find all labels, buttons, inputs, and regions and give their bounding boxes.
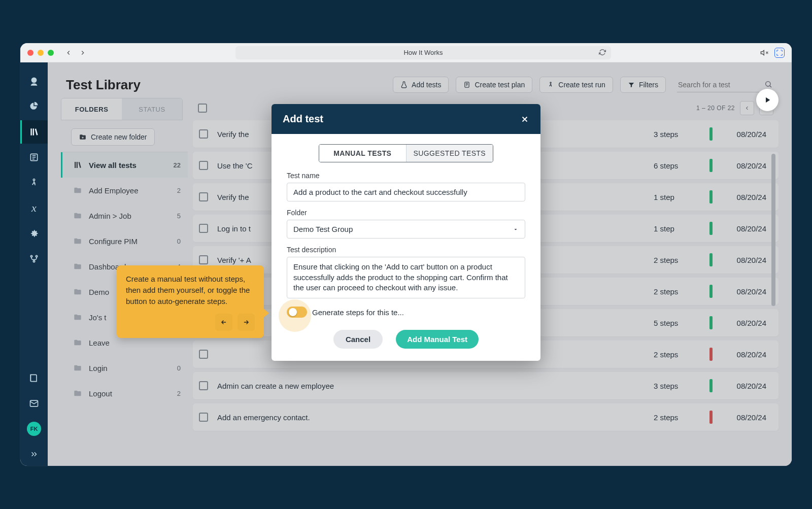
reload-icon[interactable]	[599, 49, 606, 56]
steps-count: 1 step	[654, 193, 700, 201]
select-all-checkbox[interactable]	[198, 104, 207, 113]
row-checkbox[interactable]	[199, 255, 208, 264]
svg-point-4	[36, 255, 37, 257]
rail-item-messages[interactable]	[20, 392, 48, 415]
steps-count: 6 steps	[654, 161, 700, 170]
rail-item-branches[interactable]	[20, 247, 48, 270]
row-checkbox[interactable]	[199, 161, 208, 170]
rail-item-settings[interactable]	[20, 222, 48, 245]
add-manual-test-button[interactable]: Add Manual Test	[396, 330, 479, 349]
pagination-text: 1 – 20 OF 22	[696, 105, 735, 112]
folders-tab[interactable]: FOLDERS	[61, 98, 122, 120]
scroll-thumb[interactable]	[771, 154, 775, 306]
status-indicator	[709, 379, 713, 392]
rail-avatar[interactable]: FK	[20, 417, 48, 440]
folder-item[interactable]: Add Employee2	[61, 178, 188, 203]
rail-item-runs[interactable]	[20, 171, 48, 194]
play-button[interactable]	[756, 89, 779, 111]
test-date: 08/20/24	[722, 161, 766, 170]
maximize-window-icon[interactable]	[48, 50, 54, 56]
forward-button[interactable]	[79, 49, 86, 56]
row-checkbox[interactable]	[199, 381, 208, 390]
filters-button[interactable]: Filters	[620, 77, 666, 93]
steps-count: 2 steps	[654, 413, 700, 422]
table-row[interactable]: Add an emergency contact.2 steps08/20/24	[193, 403, 779, 431]
folder-icon	[73, 262, 83, 270]
test-date: 08/20/24	[722, 350, 766, 359]
status-indicator	[709, 316, 713, 329]
rail-item-variables[interactable]: x	[20, 196, 48, 220]
sidebar-rail: x FK	[20, 62, 48, 466]
test-name: Add an emergency contact.	[217, 413, 645, 422]
tab-suggested-tests[interactable]: SUGGESTED TESTS	[406, 145, 493, 162]
test-date: 08/20/24	[722, 224, 766, 233]
address-bar[interactable]: How It Works	[235, 46, 611, 59]
coach-next-button[interactable]	[238, 314, 255, 331]
test-date: 08/20/24	[722, 287, 766, 296]
back-button[interactable]	[65, 49, 72, 56]
mute-icon[interactable]	[760, 49, 768, 57]
minimize-window-icon[interactable]	[38, 50, 44, 56]
avatar-initials: FK	[27, 422, 41, 436]
folder-label: Configure PIM	[89, 237, 138, 246]
row-checkbox[interactable]	[199, 350, 208, 359]
folder-item[interactable]: Configure PIM0	[61, 228, 188, 254]
rail-item-library[interactable]	[20, 120, 48, 144]
modal-title: Add test	[283, 113, 520, 125]
steps-count: 5 steps	[654, 319, 700, 327]
status-tab[interactable]: STATUS	[122, 98, 182, 120]
test-date: 08/20/24	[722, 319, 766, 327]
folder-label: Add Employee	[89, 186, 139, 195]
row-checkbox[interactable]	[199, 224, 208, 233]
folder-icon	[73, 313, 83, 321]
create-test-run-button[interactable]: Create test run	[539, 77, 613, 93]
search-icon[interactable]	[764, 80, 772, 88]
create-folder-button[interactable]: Create new folder	[71, 128, 155, 146]
row-checkbox[interactable]	[199, 129, 208, 139]
create-test-plan-button[interactable]: Create test plan	[456, 77, 532, 93]
row-checkbox[interactable]	[199, 413, 208, 422]
rail-logo[interactable]	[20, 70, 48, 93]
coach-tooltip: Create a manual test without steps, then…	[117, 265, 264, 338]
steps-count: 2 steps	[654, 256, 700, 264]
page-prev-button[interactable]	[740, 101, 754, 115]
tab-manual-tests[interactable]: MANUAL TESTS	[319, 145, 406, 162]
window-controls[interactable]	[27, 50, 54, 56]
folder-item[interactable]: View all tests22	[61, 152, 188, 178]
scrollbar[interactable]	[770, 154, 776, 426]
test-name: Admin can create a new employee	[217, 382, 645, 390]
add-test-modal: Add test MANUAL TESTS SUGGESTED TESTS Te…	[272, 104, 540, 361]
folder-select[interactable]: Demo Test Group	[287, 220, 525, 239]
test-name-input[interactable]	[287, 183, 525, 201]
rail-item-plans[interactable]	[20, 146, 48, 169]
folder-item[interactable]: Admin > Job5	[61, 203, 188, 228]
row-checkbox[interactable]	[199, 192, 208, 201]
address-bar-text: How It Works	[403, 49, 443, 56]
generate-steps-toggle[interactable]	[287, 307, 307, 318]
chevron-down-icon	[513, 226, 519, 232]
rail-expand[interactable]	[20, 443, 48, 466]
folder-item[interactable]: Login0	[61, 355, 188, 381]
folder-count: 22	[174, 161, 181, 169]
coach-prev-button[interactable]	[215, 314, 232, 331]
table-row[interactable]: Admin can create a new employee3 steps08…	[193, 372, 779, 399]
add-tests-button[interactable]: Add tests	[393, 77, 449, 93]
svg-point-2	[33, 179, 35, 181]
search-input[interactable]	[677, 78, 773, 92]
test-date: 08/20/24	[722, 130, 766, 139]
folder-label: Jo's t	[89, 313, 107, 322]
folder-label: View all tests	[89, 161, 137, 169]
modal-close-button[interactable]	[520, 115, 529, 124]
coach-text: Create a manual test without steps, then…	[126, 274, 255, 307]
rail-item-docs[interactable]	[20, 366, 48, 390]
test-date: 08/20/24	[722, 413, 766, 422]
fullscreen-icon[interactable]	[774, 48, 785, 58]
folder-icon	[73, 237, 83, 245]
folder-icon	[73, 364, 83, 372]
folder-item[interactable]: Logout2	[61, 381, 188, 406]
description-input[interactable]	[287, 257, 525, 298]
folder-label: Demo	[89, 288, 109, 296]
cancel-button[interactable]: Cancel	[333, 330, 383, 349]
rail-item-dashboard[interactable]	[20, 95, 48, 118]
close-window-icon[interactable]	[27, 50, 33, 56]
